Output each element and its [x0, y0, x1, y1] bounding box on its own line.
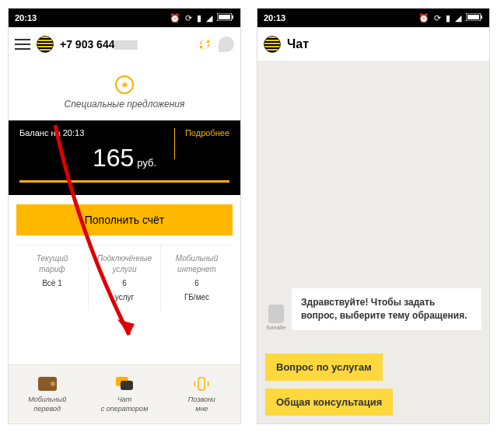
balance-as-of: Баланс на 20:13 — [19, 128, 84, 138]
sync-icon: ⟳ — [434, 13, 441, 23]
balance-card: Баланс на 20:13 Подробнее 165руб. — [9, 120, 240, 195]
battery-icon — [466, 13, 483, 23]
status-icons: ⏰ ⟳ ▮ ◢ — [170, 13, 234, 23]
status-bar: 20:13 ⏰ ⟳ ▮ ◢ — [9, 9, 240, 27]
balance-more-link[interactable]: Подробнее — [185, 128, 229, 138]
services-cell[interactable]: Подключённые услуги 6 услуг — [89, 246, 161, 311]
signal-icon: ▮ — [197, 13, 201, 23]
nav-chat[interactable]: Чат с оператором — [86, 365, 163, 423]
chat-buttons: Вопрос по услугам Общая консультация — [265, 346, 481, 416]
phone-main-screen: 20:13 ⏰ ⟳ ▮ ◢ +7 903 644 ★ Специальные п… — [8, 8, 241, 424]
status-time: 20:13 — [264, 13, 285, 23]
bottom-nav: Мобильный перевод Чат с оператором Позво… — [9, 364, 240, 423]
topup-button[interactable]: Пополнить счёт — [16, 204, 233, 235]
menu-icon[interactable] — [15, 39, 30, 50]
svg-rect-3 — [198, 378, 205, 390]
chat-body: Билайн Здравствуйте! Чтобы задать вопрос… — [257, 61, 489, 423]
battery-icon — [217, 13, 234, 23]
operator-avatar: Билайн — [265, 305, 287, 330]
topic-general-button[interactable]: Общая консультация — [265, 388, 393, 416]
refresh-icon[interactable] — [197, 37, 212, 52]
status-bar: 20:13 ⏰ ⟳ ▮ ◢ — [257, 9, 489, 27]
svg-rect-1 — [219, 15, 230, 19]
signal-icon-2: ◢ — [206, 13, 212, 23]
svg-rect-7 — [481, 16, 482, 19]
chat-app-bar: Чат — [257, 27, 489, 61]
phone-chat-screen: 20:13 ⏰ ⟳ ▮ ◢ Чат Билайн Здравствуйте! Ч… — [257, 8, 490, 424]
status-time: 20:13 — [15, 13, 37, 23]
nav-call[interactable]: Позвони мне — [163, 365, 240, 423]
chat-title: Чат — [287, 37, 309, 51]
phone-number[interactable]: +7 903 644 — [60, 38, 138, 51]
topic-services-button[interactable]: Вопрос по услугам — [265, 354, 383, 381]
star-icon: ★ — [115, 75, 134, 94]
chat-nav-icon — [116, 377, 133, 391]
wallet-icon — [38, 377, 57, 391]
chat-icon[interactable] — [219, 37, 234, 52]
message-row: Билайн Здравствуйте! Чтобы задать вопрос… — [265, 288, 481, 330]
signal-icon: ▮ — [446, 13, 450, 23]
sync-icon: ⟳ — [185, 13, 192, 23]
nav-transfer[interactable]: Мобильный перевод — [9, 365, 86, 423]
beeline-logo — [37, 36, 54, 53]
alarm-icon: ⏰ — [418, 13, 429, 23]
beeline-logo — [264, 36, 281, 53]
info-row: Текущий тариф Всё 1 Подключённые услуги … — [16, 245, 233, 311]
tariff-cell[interactable]: Текущий тариф Всё 1 — [16, 246, 89, 311]
call-icon — [192, 375, 211, 392]
app-bar: +7 903 644 — [9, 27, 240, 61]
status-icons: ⏰ ⟳ ▮ ◢ — [418, 13, 483, 23]
signal-icon-2: ◢ — [455, 13, 461, 23]
internet-cell[interactable]: Мобильный интернет 6 ГБ/мес — [161, 246, 233, 311]
message-bubble: Здравствуйте! Чтобы задать вопрос, выбер… — [292, 288, 481, 330]
alarm-icon: ⏰ — [170, 13, 180, 23]
svg-marker-4 — [117, 319, 135, 335]
offers-label: Специальные предложения — [9, 99, 240, 110]
svg-rect-2 — [232, 16, 233, 19]
special-offers[interactable]: ★ Специальные предложения — [9, 61, 240, 120]
balance-amount: 165руб. — [19, 144, 229, 172]
svg-rect-6 — [467, 15, 479, 19]
